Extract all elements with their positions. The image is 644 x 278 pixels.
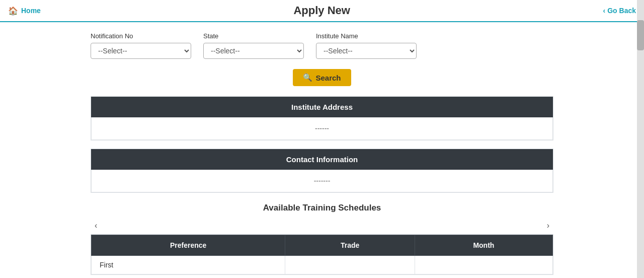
- institute-address-section: Institute Address ------: [91, 96, 553, 141]
- institute-name-group: Institute Name --Select--: [316, 32, 417, 59]
- go-back-link[interactable]: ‹ Go Back: [603, 7, 636, 15]
- state-label: State: [203, 32, 304, 40]
- cell-trade: [285, 256, 415, 274]
- col-month: Month: [415, 235, 552, 256]
- contact-information-placeholder: -------: [314, 177, 331, 185]
- home-icon: 🏠: [8, 6, 18, 16]
- training-schedules-title: Available Training Schedules: [91, 203, 553, 213]
- right-scrollbar[interactable]: [637, 0, 644, 278]
- search-icon: 🔍: [303, 73, 312, 82]
- right-scrollbar-thumb: [637, 20, 644, 50]
- search-button[interactable]: 🔍 Search: [293, 69, 351, 86]
- search-row: 🔍 Search: [91, 69, 553, 86]
- search-label: Search: [315, 74, 341, 82]
- training-schedules-area: ‹ › Preference Trade Month First: [91, 218, 553, 275]
- chevron-left-icon: ‹: [603, 7, 606, 15]
- col-trade: Trade: [285, 235, 415, 256]
- top-bar: 🏠 Home Apply New ‹ Go Back: [0, 0, 644, 22]
- col-preference: Preference: [92, 235, 285, 256]
- training-table: Preference Trade Month First: [91, 235, 553, 274]
- notification-no-select[interactable]: --Select--: [91, 43, 191, 59]
- contact-information-body: -------: [91, 170, 553, 192]
- institute-name-select[interactable]: --Select--: [316, 43, 417, 59]
- table-row: First: [92, 256, 553, 274]
- scroll-right-arrow[interactable]: ›: [543, 220, 553, 231]
- page-title: Apply New: [41, 4, 603, 17]
- notification-no-group: Notification No --Select--: [91, 32, 191, 59]
- training-table-scroll[interactable]: Preference Trade Month First: [91, 234, 553, 275]
- notification-no-label: Notification No: [91, 32, 191, 40]
- institute-address-header: Institute Address: [91, 97, 553, 117]
- training-table-body: First: [92, 256, 553, 274]
- home-label: Home: [21, 7, 41, 15]
- institute-name-label: Institute Name: [316, 32, 417, 40]
- training-table-head: Preference Trade Month: [92, 235, 553, 256]
- state-select[interactable]: --Select--: [203, 43, 304, 59]
- cell-preference: First: [92, 256, 285, 274]
- go-back-label: Go Back: [607, 7, 636, 15]
- contact-information-section: Contact Information -------: [91, 149, 553, 193]
- table-nav-arrows: ‹ ›: [91, 218, 553, 233]
- filter-row: Notification No --Select-- State --Selec…: [91, 32, 553, 59]
- institute-address-placeholder: ------: [315, 124, 329, 132]
- table-header-row: Preference Trade Month: [92, 235, 553, 256]
- state-group: State --Select--: [203, 32, 304, 59]
- scroll-left-arrow[interactable]: ‹: [91, 220, 101, 231]
- main-content: Notification No --Select-- State --Selec…: [0, 22, 644, 278]
- home-link[interactable]: 🏠 Home: [8, 6, 41, 16]
- institute-address-body: ------: [91, 117, 553, 140]
- cell-month: [415, 256, 552, 274]
- contact-information-header: Contact Information: [91, 149, 553, 170]
